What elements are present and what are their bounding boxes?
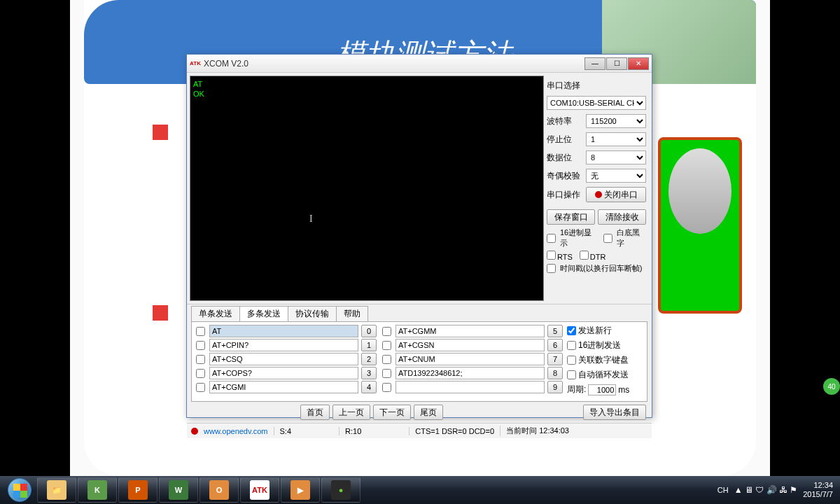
- auto-loop-checkbox[interactable]: [567, 370, 576, 379]
- maximize-button[interactable]: ☐: [606, 57, 627, 70]
- minimize-button[interactable]: —: [584, 57, 606, 70]
- send-number-button[interactable]: 0: [361, 325, 377, 337]
- send-number-button[interactable]: 4: [361, 381, 377, 393]
- status-recv: R:10: [339, 427, 361, 435]
- taskbar-item[interactable]: ▶: [281, 477, 320, 503]
- send-command-input[interactable]: [209, 353, 358, 365]
- status-sent: S:4: [274, 427, 292, 435]
- taskbar-app-icon: P: [128, 480, 148, 500]
- send-number-button[interactable]: 2: [361, 353, 377, 365]
- send-command-input[interactable]: [396, 325, 545, 337]
- send-row-checkbox[interactable]: [382, 383, 391, 392]
- text-cursor-icon: I: [309, 214, 313, 225]
- start-button[interactable]: [3, 477, 36, 503]
- send-number-button[interactable]: 7: [547, 353, 563, 365]
- taskbar-app-icon: ●: [331, 480, 351, 500]
- tab-help[interactable]: 帮助: [336, 306, 368, 321]
- tab-protocol[interactable]: 协议传输: [288, 306, 337, 321]
- send-command-input[interactable]: [209, 325, 358, 337]
- close-button[interactable]: ✕: [628, 57, 649, 70]
- send-row-checkbox[interactable]: [196, 355, 205, 364]
- port-op-label: 串口操作: [547, 189, 582, 201]
- left-blackbar: [0, 0, 70, 504]
- send-command-input[interactable]: [396, 353, 545, 365]
- hex-display-checkbox[interactable]: [547, 234, 556, 243]
- import-export-button[interactable]: 导入导出条目: [583, 405, 646, 420]
- port-select[interactable]: COM10:USB-SERIAL CH34: [547, 96, 646, 110]
- send-row-checkbox[interactable]: [382, 355, 391, 364]
- send-row-checkbox[interactable]: [382, 327, 391, 336]
- timestamp-checkbox[interactable]: [547, 264, 556, 273]
- send-row: 0: [195, 325, 377, 337]
- send-row-checkbox[interactable]: [382, 341, 391, 350]
- send-command-input[interactable]: [209, 381, 358, 393]
- tab-single-send[interactable]: 单条发送: [191, 306, 240, 321]
- float-badge[interactable]: 40: [823, 378, 840, 395]
- tray-icons[interactable]: ▲ 🖥 🛡 🔊 🖧 ⚑: [734, 485, 798, 495]
- clock[interactable]: 12:34 2015/7/7: [803, 481, 833, 499]
- taskbar-app-icon: ▶: [290, 480, 310, 500]
- language-indicator[interactable]: CH: [718, 486, 729, 494]
- send-command-input[interactable]: [209, 339, 358, 351]
- send-row-checkbox[interactable]: [382, 369, 391, 378]
- tab-multi-send[interactable]: 多条发送: [239, 306, 288, 321]
- send-row-checkbox[interactable]: [196, 341, 205, 350]
- parity-label: 奇偶校验: [547, 170, 582, 182]
- baud-label: 波特率: [547, 115, 582, 127]
- titlebar[interactable]: ATK XCOM V2.0 — ☐ ✕: [187, 55, 652, 73]
- databit-select[interactable]: 8: [586, 150, 646, 164]
- send-row: 7: [381, 353, 563, 365]
- taskbar-app-icon: W: [169, 480, 188, 500]
- clear-receive-button[interactable]: 清除接收: [598, 209, 646, 225]
- send-number-button[interactable]: 6: [547, 339, 563, 351]
- send-number-button[interactable]: 9: [547, 381, 563, 393]
- next-page-button[interactable]: 下一页: [373, 405, 411, 420]
- right-blackbar: [770, 0, 840, 504]
- app-icon: ATK: [190, 58, 201, 69]
- status-time-label: 当前时间 12:34:03: [500, 426, 569, 436]
- send-number-button[interactable]: 3: [361, 367, 377, 379]
- dtr-checkbox[interactable]: [580, 251, 589, 260]
- send-row: 9: [381, 381, 563, 393]
- send-row: 1: [195, 339, 377, 351]
- first-page-button[interactable]: 首页: [300, 405, 330, 420]
- white-bg-checkbox[interactable]: [603, 234, 612, 243]
- period-input[interactable]: [588, 384, 616, 396]
- numpad-checkbox[interactable]: [567, 356, 576, 365]
- prev-page-button[interactable]: 上一页: [332, 405, 370, 420]
- taskbar-item[interactable]: W: [159, 477, 198, 503]
- send-number-button[interactable]: 8: [547, 367, 563, 379]
- taskbar-item[interactable]: K: [78, 477, 117, 503]
- taskbar-item[interactable]: ●: [321, 477, 360, 503]
- taskbar-app-icon: O: [209, 480, 229, 500]
- send-row: 2: [195, 353, 377, 365]
- hex-send-checkbox[interactable]: [567, 341, 576, 350]
- baud-select[interactable]: 115200: [586, 114, 646, 128]
- save-window-button[interactable]: 保存窗口: [547, 209, 595, 225]
- send-command-input[interactable]: [209, 367, 358, 379]
- send-row-checkbox[interactable]: [196, 383, 205, 392]
- taskbar-app-icon: ATK: [250, 480, 270, 500]
- send-command-input[interactable]: [396, 381, 545, 393]
- send-number-button[interactable]: 5: [547, 325, 563, 337]
- taskbar-item[interactable]: O: [200, 477, 239, 503]
- send-row-checkbox[interactable]: [196, 327, 205, 336]
- multi-send-panel: 01234 56789 发送新行 16进制发送 关联数字键盘 自动循环发送 周期…: [191, 321, 648, 402]
- stopbit-select[interactable]: 1: [586, 132, 646, 146]
- status-url-link[interactable]: www.openedv.com: [204, 427, 268, 435]
- status-signals: CTS=1 DSR=0 DCD=0: [409, 427, 494, 435]
- last-page-button[interactable]: 尾页: [414, 405, 443, 420]
- send-row-checkbox[interactable]: [196, 369, 205, 378]
- send-command-input[interactable]: [396, 339, 545, 351]
- taskbar-item[interactable]: P: [118, 477, 158, 503]
- rts-checkbox[interactable]: [547, 251, 556, 260]
- parity-select[interactable]: 无: [586, 169, 646, 183]
- send-newline-checkbox[interactable]: [567, 326, 576, 335]
- terminal-output[interactable]: AT OK I: [190, 76, 544, 301]
- send-row: 4: [195, 381, 377, 393]
- send-number-button[interactable]: 1: [361, 339, 377, 351]
- close-port-button[interactable]: 关闭串口: [586, 187, 646, 202]
- send-command-input[interactable]: [396, 367, 545, 379]
- taskbar-item[interactable]: 📁: [37, 477, 76, 503]
- taskbar-item[interactable]: ATK: [240, 477, 279, 503]
